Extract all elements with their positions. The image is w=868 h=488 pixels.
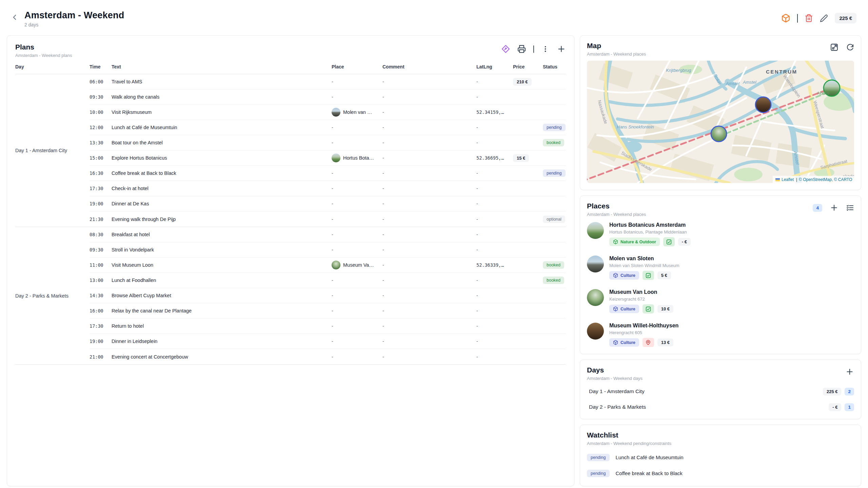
plan-comment: -	[382, 247, 476, 252]
plan-comment: -	[382, 293, 476, 298]
plan-row[interactable]: 11:00Visit Museum LoonMuseum Va…-52.3633…	[90, 258, 566, 273]
plan-row[interactable]: 10:00Visit RijksmuseumMolen van …-52.341…	[90, 105, 566, 120]
day-list-item[interactable]: Day 1 - Amsterdam City225 €2	[587, 384, 854, 399]
places-subtitle: Amsterdam - Weekend places	[587, 212, 646, 217]
status-badge: pending	[543, 124, 566, 131]
plan-time: 08:30	[90, 232, 112, 237]
plans-table-header: DayTime TextPlace CommentLatLng PriceSta…	[15, 58, 566, 74]
place-info: Museum Willet-HolthuysenHerengracht 605C…	[609, 323, 678, 347]
place-item[interactable]: Molen van SlotenMolen van Sloten Windmil…	[587, 250, 854, 284]
route-share-icon[interactable]	[501, 45, 510, 53]
map-marker-van-loon[interactable]	[711, 126, 727, 142]
trip-total-badge: 225 €	[835, 13, 856, 23]
plan-comment: -	[382, 79, 476, 84]
plan-latlng: -	[476, 247, 513, 252]
days-list: Day 1 - Amsterdam City225 €2Day 2 - Park…	[587, 384, 854, 415]
watchlist-title: Watchlist	[587, 431, 671, 439]
places-title: Places	[587, 202, 646, 210]
plan-status: pending	[543, 169, 566, 177]
visited-check-icon[interactable]	[643, 304, 654, 313]
plus-icon[interactable]	[830, 203, 839, 212]
package-icon[interactable]	[781, 14, 790, 23]
place-name: Museum Van Loon	[609, 289, 673, 295]
svg-text:Leaflet: Leaflet	[782, 177, 794, 182]
list-checks-icon[interactable]	[846, 204, 854, 212]
map-title: Map	[587, 42, 646, 50]
plan-latlng: 52.36339,…	[476, 262, 513, 268]
plan-row[interactable]: 15:00Explore Hortus BotanicusHortus Bota…	[90, 150, 566, 166]
back-button[interactable]	[10, 13, 19, 22]
plan-place: Museum Va…	[332, 261, 382, 269]
expand-icon[interactable]	[830, 43, 839, 52]
place-avatar	[587, 256, 604, 272]
printer-icon[interactable]	[517, 45, 526, 53]
kebab-menu-icon[interactable]	[541, 45, 549, 53]
place-item[interactable]: Museum Van LoonKeizersgracht 672Culture1…	[587, 284, 854, 318]
location-pin-icon[interactable]	[643, 338, 654, 347]
plan-text: Explore Hortus Botanicus	[112, 155, 332, 161]
plan-place-empty: -	[332, 278, 333, 283]
plan-row[interactable]: 19:00Dinner in Leidseplein---	[90, 334, 566, 349]
watchlist-item[interactable]: pendingLunch at Café de Museumtuin	[587, 449, 854, 465]
page-title: Amsterdam - Weekend	[24, 10, 124, 21]
plan-row[interactable]: 09:30Stroll in Vondelpark---	[90, 242, 566, 258]
plan-time: 11:00	[90, 262, 112, 268]
plan-comment: -	[382, 94, 476, 100]
plan-row[interactable]: 17:30Check-in at hotel---	[90, 181, 566, 196]
visited-check-icon[interactable]	[663, 237, 675, 246]
map-attribution[interactable]: Leaflet | © OpenStreetMap, © CARTO	[773, 176, 854, 183]
plan-time: 13:00	[90, 278, 112, 283]
watchlist-text: Coffee break at Back to Black	[616, 470, 683, 476]
plan-row[interactable]: 16:30Coffee break at Back to Black---pen…	[90, 166, 566, 181]
days-subtitle: Amsterdam - Weekend days	[587, 376, 643, 381]
plan-row[interactable]: 21:00Evening concert at Concertgebouw---	[90, 349, 566, 364]
days-panel: Days Amsterdam - Weekend days Day 1 - Am…	[580, 360, 861, 419]
trash-icon[interactable]	[805, 14, 813, 22]
plan-comment: -	[382, 339, 476, 344]
day-list-item[interactable]: Day 2 - Parks & Markets- €1	[587, 399, 854, 415]
plan-price: 15 €	[513, 154, 543, 162]
plan-time: 12:00	[90, 125, 112, 130]
map-marker-willet-holthuysen[interactable]	[755, 97, 771, 113]
category-label: Culture	[620, 307, 635, 311]
plan-latlng: 52.34159,…	[476, 109, 513, 115]
refresh-icon[interactable]	[846, 43, 854, 52]
plus-icon[interactable]	[845, 367, 854, 376]
watchlist-item[interactable]: pendingCoffee break at Back to Black	[587, 465, 854, 481]
place-badges: Culture5 €	[609, 271, 679, 280]
plan-row[interactable]: 16:00Relax by the canal near De Plantage…	[90, 303, 566, 319]
map-canvas[interactable]: Krijtbergbrug Rokin Amstel Amstel CENTRU…	[587, 61, 854, 183]
edit-icon[interactable]	[820, 14, 828, 22]
plan-row[interactable]: 14:30Browse Albert Cuyp Market---	[90, 288, 566, 303]
place-info: Hortus Botanicus AmsterdamHortus Botanic…	[609, 222, 691, 246]
visited-check-icon[interactable]	[643, 271, 654, 280]
plan-place: -	[332, 217, 382, 222]
plus-icon[interactable]	[557, 44, 566, 54]
place-item[interactable]: Museum Willet-HolthuysenHerengracht 605C…	[587, 318, 854, 351]
plan-comment: -	[382, 278, 476, 283]
plan-text: Stroll in Vondelpark	[112, 247, 332, 252]
plan-row[interactable]: 13:00Lunch at Foodhallen---booked	[90, 273, 566, 288]
plan-row[interactable]: 19:00Dinner at De Kas---	[90, 196, 566, 211]
place-item[interactable]: Hortus Botanicus AmsterdamHortus Botanic…	[587, 217, 854, 250]
plan-comment: -	[382, 217, 476, 222]
plan-time: 10:00	[90, 109, 112, 115]
place-subtitle: Hortus Botanicus, Plantage Middenlaan	[609, 229, 691, 235]
plan-latlng: -	[476, 186, 513, 191]
plan-row[interactable]: 17:30Return to hotel---	[90, 319, 566, 334]
place-subtitle: Herengracht 605	[609, 330, 678, 335]
plan-place-empty: -	[332, 232, 333, 237]
plan-row[interactable]: 08:30Breakfast at hotel---	[90, 227, 566, 242]
plan-latlng: -	[476, 339, 513, 344]
plan-text: Travel to AMS	[112, 79, 332, 84]
day-badges: 225 €2	[823, 388, 854, 395]
plan-row[interactable]: 21:30Evening walk through De Pijp---opti…	[90, 211, 566, 227]
plan-latlng: -	[476, 278, 513, 283]
category-badge: Culture	[609, 305, 639, 313]
status-badge: pending	[543, 169, 566, 177]
pending-badge: pending	[587, 470, 610, 477]
plan-row[interactable]: 09:30Walk along the canals---	[90, 89, 566, 105]
plan-row[interactable]: 12:00Lunch at Café de Museumtuin---pendi…	[90, 120, 566, 135]
plan-row[interactable]: 13:30Boat tour on the Amstel---booked	[90, 135, 566, 150]
plan-row[interactable]: 06:00Travel to AMS---210 €	[90, 74, 566, 89]
